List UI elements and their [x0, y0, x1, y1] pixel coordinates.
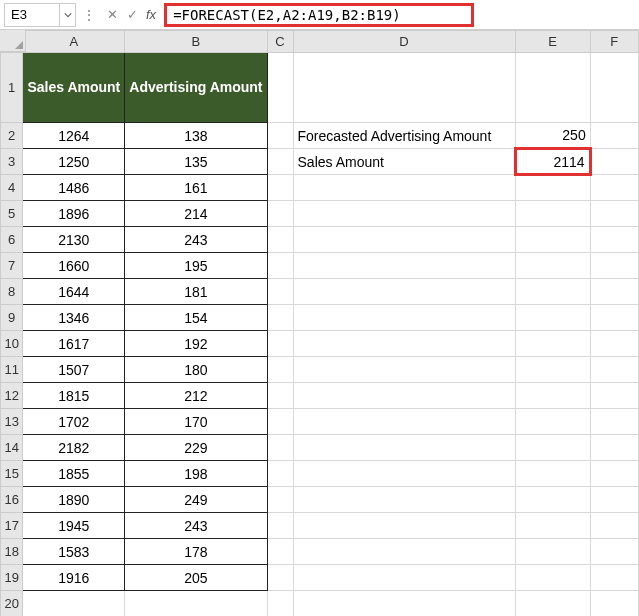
row-header-5[interactable]: 5 [1, 201, 23, 227]
col-header-A[interactable]: A [23, 31, 125, 53]
cell-A10[interactable]: 1617 [23, 331, 125, 357]
cell-D13[interactable] [293, 409, 515, 435]
cell-E1[interactable] [515, 53, 590, 123]
cell-B8[interactable]: 181 [125, 279, 267, 305]
cell-E8[interactable] [515, 279, 590, 305]
col-header-D[interactable]: D [293, 31, 515, 53]
cell-A13[interactable]: 1702 [23, 409, 125, 435]
row-header-7[interactable]: 7 [1, 253, 23, 279]
cell-D5[interactable] [293, 201, 515, 227]
cell-E6[interactable] [515, 227, 590, 253]
confirm-formula-button[interactable]: ✓ [122, 3, 142, 27]
row-header-8[interactable]: 8 [1, 279, 23, 305]
cell-A17[interactable]: 1945 [23, 513, 125, 539]
cell-B6[interactable]: 243 [125, 227, 267, 253]
cell-A8[interactable]: 1644 [23, 279, 125, 305]
cell-B11[interactable]: 180 [125, 357, 267, 383]
cell-C13[interactable] [267, 409, 293, 435]
fx-button[interactable]: fx [146, 7, 156, 22]
cell-D16[interactable] [293, 487, 515, 513]
row-header-18[interactable]: 18 [1, 539, 23, 565]
cell-D2[interactable]: Forecasted Advertising Amount [293, 123, 515, 149]
cell-C20[interactable] [267, 591, 293, 617]
cell-C2[interactable] [267, 123, 293, 149]
cell-A14[interactable]: 2182 [23, 435, 125, 461]
name-box[interactable]: E3 [4, 3, 60, 27]
cell-E10[interactable] [515, 331, 590, 357]
col-header-F[interactable]: F [590, 31, 638, 53]
cell-F4[interactable] [590, 175, 638, 201]
cell-A4[interactable]: 1486 [23, 175, 125, 201]
row-header-15[interactable]: 15 [1, 461, 23, 487]
cell-D3[interactable]: Sales Amount [293, 149, 515, 175]
cell-C4[interactable] [267, 175, 293, 201]
cell-B13[interactable]: 170 [125, 409, 267, 435]
cell-B3[interactable]: 135 [125, 149, 267, 175]
cell-F7[interactable] [590, 253, 638, 279]
cell-B19[interactable]: 205 [125, 565, 267, 591]
cell-F14[interactable] [590, 435, 638, 461]
cell-D9[interactable] [293, 305, 515, 331]
cell-D20[interactable] [293, 591, 515, 617]
cell-F20[interactable] [590, 591, 638, 617]
cell-F16[interactable] [590, 487, 638, 513]
cell-A2[interactable]: 1264 [23, 123, 125, 149]
cell-C19[interactable] [267, 565, 293, 591]
col-header-B[interactable]: B [125, 31, 267, 53]
cell-F15[interactable] [590, 461, 638, 487]
cell-F17[interactable] [590, 513, 638, 539]
cell-B4[interactable]: 161 [125, 175, 267, 201]
cell-A1[interactable]: Sales Amount [23, 53, 125, 123]
cell-E14[interactable] [515, 435, 590, 461]
cell-C14[interactable] [267, 435, 293, 461]
cell-D10[interactable] [293, 331, 515, 357]
formula-input[interactable]: =FORECAST(E2,A2:A19,B2:B19) [164, 3, 474, 27]
cell-D6[interactable] [293, 227, 515, 253]
cell-C16[interactable] [267, 487, 293, 513]
cell-E4[interactable] [515, 175, 590, 201]
cell-E2[interactable]: 250 [515, 123, 590, 149]
cell-B12[interactable]: 212 [125, 383, 267, 409]
cell-E19[interactable] [515, 565, 590, 591]
cell-B9[interactable]: 154 [125, 305, 267, 331]
cell-A20[interactable] [23, 591, 125, 617]
cell-C8[interactable] [267, 279, 293, 305]
cell-A16[interactable]: 1890 [23, 487, 125, 513]
cell-B10[interactable]: 192 [125, 331, 267, 357]
cell-D11[interactable] [293, 357, 515, 383]
row-header-17[interactable]: 17 [1, 513, 23, 539]
cell-D17[interactable] [293, 513, 515, 539]
col-header-C[interactable]: C [267, 31, 293, 53]
cell-F3[interactable] [590, 149, 638, 175]
cell-C1[interactable] [267, 53, 293, 123]
cell-D19[interactable] [293, 565, 515, 591]
row-header-16[interactable]: 16 [1, 487, 23, 513]
cell-F13[interactable] [590, 409, 638, 435]
cell-A6[interactable]: 2130 [23, 227, 125, 253]
cell-A18[interactable]: 1583 [23, 539, 125, 565]
cell-E9[interactable] [515, 305, 590, 331]
cell-D1[interactable] [293, 53, 515, 123]
cell-F12[interactable] [590, 383, 638, 409]
row-header-2[interactable]: 2 [1, 123, 23, 149]
row-header-13[interactable]: 13 [1, 409, 23, 435]
cell-F6[interactable] [590, 227, 638, 253]
cell-B5[interactable]: 214 [125, 201, 267, 227]
cell-F9[interactable] [590, 305, 638, 331]
cell-A19[interactable]: 1916 [23, 565, 125, 591]
cell-E7[interactable] [515, 253, 590, 279]
cell-F19[interactable] [590, 565, 638, 591]
cell-C10[interactable] [267, 331, 293, 357]
col-header-E[interactable]: E [515, 31, 590, 53]
cell-C18[interactable] [267, 539, 293, 565]
cell-E15[interactable] [515, 461, 590, 487]
row-header-14[interactable]: 14 [1, 435, 23, 461]
row-header-12[interactable]: 12 [1, 383, 23, 409]
cell-A12[interactable]: 1815 [23, 383, 125, 409]
cell-F2[interactable] [590, 123, 638, 149]
cell-D12[interactable] [293, 383, 515, 409]
cell-B17[interactable]: 243 [125, 513, 267, 539]
row-header-4[interactable]: 4 [1, 175, 23, 201]
cell-C7[interactable] [267, 253, 293, 279]
cell-C9[interactable] [267, 305, 293, 331]
